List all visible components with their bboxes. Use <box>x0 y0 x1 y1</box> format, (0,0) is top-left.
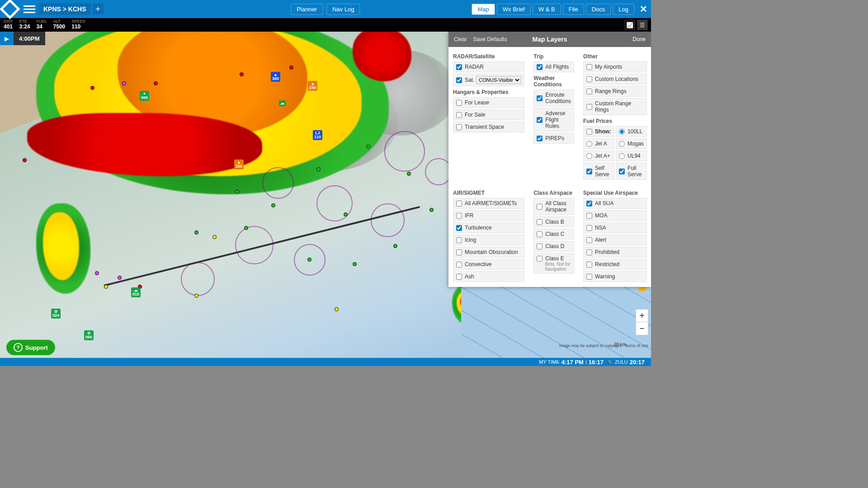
convective-checkbox[interactable]: Convective <box>453 259 524 270</box>
navlog-button[interactable]: Nav Log <box>326 4 360 15</box>
fuel-ul94-radio[interactable]: UL94 <box>616 150 647 161</box>
zoom-in-button[interactable]: + <box>636 310 648 322</box>
clear-link[interactable]: Clear <box>454 36 467 42</box>
alert-checkbox[interactable]: Alert <box>583 235 647 245</box>
map-copyright: Image may be subject to copyright Terms … <box>559 343 648 348</box>
time-bar: ▶ 4:00PM <box>0 32 45 45</box>
moa-checkbox[interactable]: MOA <box>583 210 647 221</box>
map-badge[interactable]: ▲230 <box>308 81 317 91</box>
zoom-control: + − <box>636 309 648 335</box>
fuel-jetap-radio[interactable]: Jet A+ <box>583 150 614 161</box>
fuel-value: 34 <box>37 23 42 30</box>
support-button[interactable]: Support <box>6 340 55 355</box>
fuel-show-checkbox[interactable]: Show: <box>583 126 614 137</box>
nsa-checkbox[interactable]: NSA <box>583 222 647 233</box>
map-badge[interactable]: ☁ <box>279 100 286 106</box>
full-serve-checkbox[interactable]: Full Serve <box>616 163 647 180</box>
all-sua-checkbox[interactable]: All SUA <box>583 198 647 209</box>
my-airports-checkbox[interactable]: My Airports <box>583 61 647 72</box>
done-link[interactable]: Done <box>632 36 646 42</box>
custom-locations-checkbox[interactable]: Custom Locations <box>583 74 647 84</box>
map-layers-panel: Clear Save Defaults Map Layers Done RADA… <box>448 32 651 287</box>
tab-docs[interactable]: Docs <box>586 4 611 15</box>
ifr-checkbox[interactable]: IFR <box>453 210 524 221</box>
sat-select[interactable]: CONUS-Visible <box>476 76 521 84</box>
speed-label: SPEED <box>71 19 85 23</box>
ash-checkbox[interactable]: Ash <box>453 271 524 282</box>
map-badge[interactable]: ▲150 <box>234 160 244 169</box>
icing-checkbox[interactable]: Icing <box>453 235 524 245</box>
speed-value: 110 <box>71 23 80 30</box>
fuel-100ll-radio[interactable]: 100LL <box>616 126 647 137</box>
tab-log[interactable]: Log <box>613 4 634 15</box>
zoom-out-button[interactable]: − <box>636 322 648 335</box>
dist-value: 401 <box>4 23 13 30</box>
turbulence-checkbox[interactable]: Turbulence <box>453 222 524 233</box>
add-route-button[interactable]: + <box>93 4 104 14</box>
class-e-checkbox[interactable]: Class E Beta. Not for Navigation <box>533 253 574 274</box>
mountain-checkbox[interactable]: Mountain Obscuration <box>453 247 524 258</box>
fuel-header: Fuel Prices <box>583 118 647 124</box>
sua-header: Special Use Airspace <box>583 190 647 196</box>
alt-value: 7500 <box>53 23 66 30</box>
play-button[interactable]: ▶ <box>0 32 14 45</box>
chart-tool-icon[interactable]: 📈 <box>625 20 635 30</box>
trip-header: Trip <box>533 53 574 60</box>
tab-map[interactable]: Map <box>472 4 495 15</box>
map-badge[interactable]: LJ110 <box>313 130 322 140</box>
class-b-checkbox[interactable]: Class B <box>533 216 574 227</box>
for-sale-checkbox[interactable]: For Sale <box>453 109 524 120</box>
edit-time-icon[interactable]: ✎ <box>608 359 612 365</box>
range-rings-checkbox[interactable]: Range Rings <box>583 86 647 97</box>
ete-label: ETE <box>19 19 30 23</box>
hangars-header: Hangars & Properties <box>453 89 524 95</box>
map-badge[interactable]: ▲380 <box>271 72 280 82</box>
pireps-checkbox[interactable]: PIREPs <box>533 133 574 144</box>
prohibited-checkbox[interactable]: Prohibited <box>583 247 647 258</box>
class-c-checkbox[interactable]: Class C <box>533 229 574 239</box>
alt-label: ALT <box>53 19 66 23</box>
radar-sat-header: RADAR/Satellite <box>453 53 524 60</box>
tab-wxbrief[interactable]: Wx Brief <box>497 4 531 15</box>
all-flights-checkbox[interactable]: All Flights <box>533 61 574 72</box>
enroute-checkbox[interactable]: Enroute Conditions <box>533 89 574 107</box>
zulu-label: ZULU <box>615 359 628 365</box>
map-badge[interactable]: ⊘050 <box>84 330 94 340</box>
map-badge[interactable]: ⊘024 <box>51 309 61 319</box>
mytime-label: MY TIME <box>539 359 559 365</box>
tab-wb[interactable]: W & B <box>533 4 561 15</box>
fuel-jeta-radio[interactable]: Jet A <box>583 138 614 149</box>
custom-range-rings-checkbox[interactable]: Custom Range Rings <box>583 98 647 115</box>
radar-checkbox[interactable]: RADAR <box>453 61 524 72</box>
route-chip[interactable]: KPNS > KCHS <box>39 3 91 15</box>
save-defaults-link[interactable]: Save Defaults <box>473 36 507 42</box>
close-icon[interactable]: ✕ <box>640 4 647 14</box>
airsigmet-header: AIR/SIGMET <box>453 190 524 196</box>
top-bar: KPNS > KCHS + Planner Nav Log Map Wx Bri… <box>0 0 651 18</box>
sat-checkbox[interactable]: Sat.CONUS-Visible <box>453 74 524 86</box>
class-d-checkbox[interactable]: Class D <box>533 241 574 252</box>
time-display[interactable]: 4:00PM <box>14 32 45 45</box>
local-time: 16:17 <box>589 359 604 366</box>
fuel-mogas-radio[interactable]: Mogas <box>616 138 647 149</box>
dist-label: DIST <box>4 19 13 23</box>
transient-checkbox[interactable]: Transient Space <box>453 122 524 132</box>
header-tabs: Map Wx Brief W & B File Docs Log ✕ <box>472 4 651 15</box>
layers-tool-icon[interactable]: ☰ <box>637 20 647 30</box>
warning-checkbox[interactable]: Warning <box>583 271 647 282</box>
app-logo[interactable] <box>0 0 20 19</box>
adverse-checkbox[interactable]: Adverse Flight Rules <box>533 108 574 131</box>
restricted-checkbox[interactable]: Restricted <box>583 259 647 270</box>
wx-header: Weather Conditions <box>533 75 574 88</box>
map-badge[interactable]: ☁015 <box>131 287 141 297</box>
bottom-bar: MY TIME 4:17 PM | 16:17 ✎ ZULU 20:17 <box>0 358 651 366</box>
hamburger-icon[interactable] <box>24 3 35 15</box>
all-class-checkbox[interactable]: All Class Airspace <box>533 198 574 215</box>
planner-button[interactable]: Planner <box>291 4 323 15</box>
mytime-value: 4:17 PM <box>561 359 584 366</box>
for-lease-checkbox[interactable]: For Lease <box>453 97 524 108</box>
self-serve-checkbox[interactable]: Self Serve <box>583 163 614 180</box>
all-airmet-checkbox[interactable]: All AIRMET/SIGMETs <box>453 198 524 209</box>
map-badge[interactable]: ●006 <box>140 91 149 101</box>
tab-file[interactable]: File <box>563 4 584 15</box>
